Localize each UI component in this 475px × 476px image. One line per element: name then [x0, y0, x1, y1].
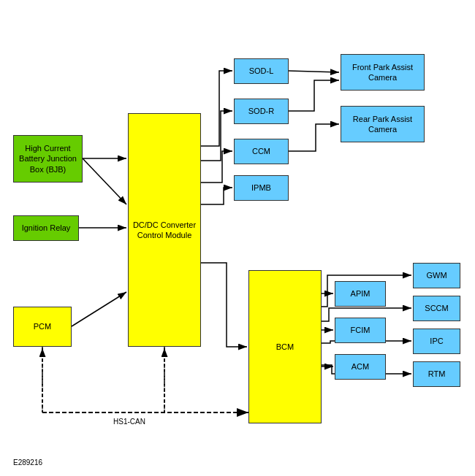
bcm-block: BCM — [248, 270, 322, 423]
bjb-label: High Current Battery Junction Box (BJB) — [14, 143, 82, 174]
hs-can-label: HS1-CAN — [113, 418, 145, 426]
sccm-label: SCCM — [425, 303, 448, 313]
sodr-block: SOD-R — [234, 99, 289, 124]
dcdc-label: DC/DC Converter Control Module — [129, 220, 200, 241]
fcim-label: FCIM — [351, 325, 370, 335]
rtm-block: RTM — [413, 361, 460, 387]
ipc-label: IPC — [430, 336, 443, 346]
apim-label: APIM — [351, 288, 370, 299]
ccm-label: CCM — [252, 146, 270, 156]
dcdc-block: DC/DC Converter Control Module — [128, 113, 201, 347]
fpac-block: Front Park Assist Camera — [341, 54, 425, 91]
diagram: High Current Battery Junction Box (BJB) … — [0, 0, 475, 476]
rtm-label: RTM — [428, 369, 446, 379]
ipmb-label: IPMB — [251, 183, 271, 193]
ccm-block: CCM — [234, 139, 289, 164]
sodl-block: SOD-L — [234, 58, 289, 84]
bcm-label: BCM — [276, 342, 294, 352]
sodl-label: SOD-L — [249, 66, 274, 76]
ipmb-block: IPMB — [234, 175, 289, 201]
gwm-label: GWM — [426, 270, 446, 280]
pcm-block: PCM — [13, 307, 72, 347]
diagram-id: E289216 — [13, 458, 42, 467]
rpac-label: Rear Park Assist Camera — [341, 114, 424, 135]
bjb-block: High Current Battery Junction Box (BJB) — [13, 135, 83, 183]
gwm-block: GWM — [413, 263, 460, 288]
fcim-block: FCIM — [335, 318, 386, 343]
fpac-label: Front Park Assist Camera — [341, 62, 424, 83]
sccm-block: SCCM — [413, 296, 460, 321]
ipc-block: IPC — [413, 329, 460, 354]
pcm-label: PCM — [34, 321, 51, 331]
acm-block: ACM — [335, 354, 386, 380]
apim-block: APIM — [335, 281, 386, 307]
ignition-block: Ignition Relay — [13, 215, 79, 241]
svg-line-6 — [289, 71, 339, 72]
svg-line-2 — [83, 158, 126, 204]
rpac-block: Rear Park Assist Camera — [341, 106, 425, 142]
svg-line-5 — [72, 292, 126, 326]
sodr-label: SOD-R — [248, 106, 274, 116]
ignition-label: Ignition Relay — [22, 223, 71, 233]
acm-label: ACM — [352, 361, 369, 372]
